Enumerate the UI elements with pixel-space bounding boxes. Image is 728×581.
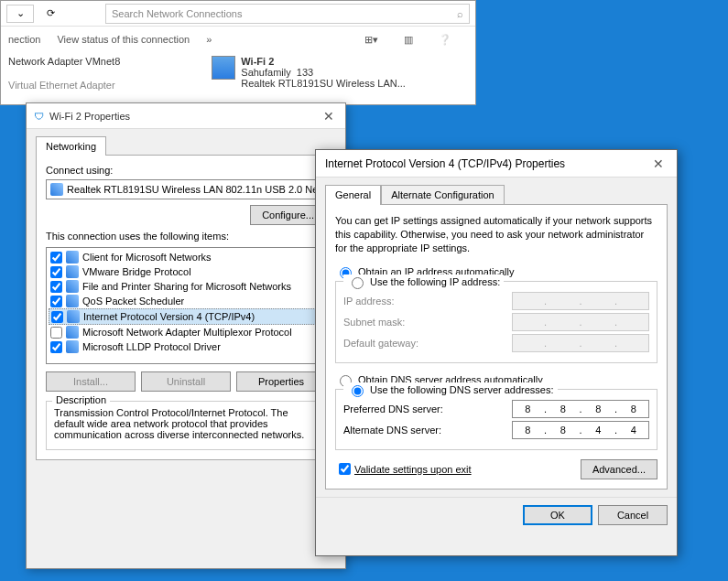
item-checkbox[interactable] [50, 266, 62, 278]
subnet-mask-label: Subnet mask: [343, 317, 512, 328]
description-group: Description Transmission Control Protoco… [46, 401, 326, 450]
properties-button[interactable]: Properties [236, 371, 326, 392]
adapter-icon [50, 183, 63, 196]
list-item[interactable]: QoS Packet Scheduler [49, 294, 323, 308]
list-item[interactable]: File and Printer Sharing for Microsoft N… [49, 279, 323, 294]
search-icon: ⌕ [457, 8, 463, 19]
adapter-field[interactable]: Realtek RTL8191SU Wireless LAN 802.11n U… [46, 179, 326, 199]
list-item-selected[interactable]: Internet Protocol Version 4 (TCP/IPv4) [49, 308, 323, 325]
wifi-dialog-title: Wi-Fi 2 Properties [49, 111, 320, 122]
description-text: Transmission Control Protocol/Internet P… [54, 407, 318, 440]
ip-address-input: ... [512, 292, 649, 310]
toolbar: ⌄ ⟳ Search Network Connections ⌕ [1, 1, 475, 27]
alternate-dns-input[interactable]: 8.8.4.4 [512, 421, 649, 439]
networking-tab[interactable]: Networking [36, 136, 106, 156]
component-icon [66, 340, 79, 353]
item-checkbox[interactable] [50, 252, 62, 264]
item-checkbox[interactable] [50, 296, 62, 307]
preferred-dns-label: Preferred DNS server: [343, 403, 512, 414]
description-label: Description [52, 394, 110, 405]
item-checkbox[interactable] [51, 311, 63, 323]
search-placeholder: Search Network Connections [112, 8, 242, 19]
ok-button[interactable]: OK [523, 505, 592, 525]
ipv4-titlebar[interactable]: Internet Protocol Version 4 (TCP/IPv4) P… [316, 150, 677, 178]
wifi-ssid: Sahufamily 133 [241, 67, 406, 78]
command-bar: nection View status of this connection »… [1, 27, 475, 52]
ip-manual-group: Use the following IP address: IP address… [335, 281, 657, 363]
list-item[interactable]: VMware Bridge Protocol [49, 264, 323, 279]
component-icon [66, 251, 79, 264]
search-input[interactable]: Search Network Connections ⌕ [105, 4, 470, 24]
vmnet-adapter-label[interactable]: Network Adapter VMnet8 [8, 56, 120, 67]
wifi-shield-icon: 🛡 [34, 111, 44, 122]
network-connections-window: ⌄ ⟳ Search Network Connections ⌕ nection… [0, 0, 476, 105]
component-icon [67, 310, 80, 323]
list-item[interactable]: Microsoft LLDP Protocol Driver [49, 339, 323, 354]
item-checkbox[interactable] [50, 341, 62, 353]
virtual-adapter-label: Virtual Ethernet Adapter [8, 80, 120, 91]
wifi-device: Realtek RTL8191SU Wireless LAN... [241, 78, 406, 89]
ip-address-label: IP address: [343, 296, 512, 307]
layout-icon[interactable]: ⊞▾ [364, 34, 378, 46]
dns-manual-group: Use the following DNS server addresses: … [335, 389, 657, 450]
close-icon[interactable]: ✕ [649, 156, 668, 171]
alternate-config-tab[interactable]: Alternate Configuration [381, 185, 505, 205]
gateway-label: Default gateway: [343, 338, 512, 349]
ip-manual-radio[interactable]: Use the following IP address: [343, 274, 504, 289]
list-item[interactable]: Client for Microsoft Networks [49, 250, 323, 264]
info-text: You can get IP settings assigned automat… [335, 214, 657, 255]
preferred-dns-input[interactable]: 8.8.8.8 [512, 400, 649, 418]
general-panel: You can get IP settings assigned automat… [325, 204, 668, 490]
help-icon[interactable]: ❔ [439, 34, 451, 46]
ipv4-properties-dialog: Internet Protocol Version 4 (TCP/IPv4) P… [315, 149, 678, 556]
advanced-button[interactable]: Advanced... [581, 459, 657, 479]
nav-dropdown[interactable]: ⌄ [6, 5, 34, 23]
view-status-link[interactable]: View status of this connection [57, 34, 190, 45]
general-tab[interactable]: General [325, 185, 381, 205]
adapter-name: Realtek RTL8191SU Wireless LAN 802.11n U… [67, 184, 318, 195]
subnet-mask-input: ... [512, 313, 649, 331]
dns-manual-radio[interactable]: Use the following DNS server addresses: [343, 382, 558, 397]
list-item[interactable]: Microsoft Network Adapter Multiplexor Pr… [49, 325, 323, 339]
item-checkbox[interactable] [50, 327, 62, 339]
close-icon[interactable]: ✕ [320, 109, 338, 124]
uninstall-button[interactable]: Uninstall [141, 371, 231, 392]
nection-label[interactable]: nection [8, 34, 40, 45]
cancel-button[interactable]: Cancel [598, 505, 668, 525]
validate-checkbox[interactable] [339, 463, 351, 475]
alternate-dns-label: Alternate DNS server: [343, 425, 512, 436]
wifi-name: Wi-Fi 2 [241, 56, 406, 67]
install-button[interactable]: Install... [46, 371, 136, 392]
items-label: This connection uses the following items… [46, 231, 326, 242]
validate-label: Validate settings upon exit [354, 464, 472, 475]
connect-using-label: Connect using: [46, 165, 326, 176]
preview-icon[interactable]: ▥ [404, 34, 413, 46]
component-icon [66, 326, 79, 339]
menu-chevron-icon[interactable]: » [206, 34, 212, 45]
components-list[interactable]: Client for Microsoft Networks VMware Bri… [46, 247, 326, 364]
dialog-footer: OK Cancel [316, 497, 677, 533]
wifi-icon [212, 56, 235, 80]
networking-panel: Connect using: Realtek RTL8191SU Wireles… [36, 155, 336, 460]
item-checkbox[interactable] [50, 281, 62, 293]
refresh-icon[interactable]: ⟳ [41, 7, 60, 19]
wifi-adapter-item[interactable]: Wi-Fi 2 Sahufamily 133 Realtek RTL8191SU… [212, 56, 406, 91]
wifi-dialog-titlebar[interactable]: 🛡 Wi-Fi 2 Properties ✕ [27, 103, 345, 129]
gateway-input: ... [512, 334, 649, 352]
ipv4-dialog-title: Internet Protocol Version 4 (TCP/IPv4) P… [325, 157, 649, 170]
component-icon [66, 265, 79, 278]
component-icon [66, 295, 79, 307]
component-icon [66, 280, 79, 293]
wifi-properties-dialog: 🛡 Wi-Fi 2 Properties ✕ Networking Connec… [26, 102, 346, 569]
